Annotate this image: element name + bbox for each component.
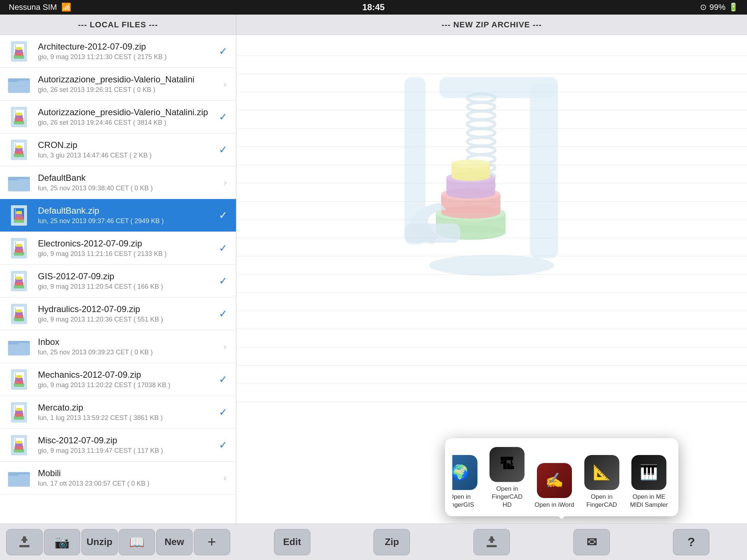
file-item[interactable]: GIS-2012-07-09.zipgio, 9 mag 2013 11:20:… (0, 265, 236, 298)
svg-rect-92 (16, 408, 22, 411)
open-in-app-item[interactable]: ✍Open in iWord (532, 463, 577, 509)
svg-rect-139 (19, 545, 30, 547)
open-in-app-item[interactable]: 📐Open in FingerCAD (580, 455, 624, 509)
zip-icon (7, 138, 31, 162)
file-meta: gio, 9 mag 2013 11:20:36 CEST ( 551 KB ) (38, 316, 217, 323)
svg-rect-43 (16, 211, 22, 214)
compression-illustration (364, 42, 619, 279)
svg-rect-2 (24, 41, 27, 60)
app-icon: 🎹 (631, 455, 666, 490)
edit-button[interactable]: Edit (274, 529, 310, 555)
file-info: DefaultBanklun, 25 nov 2013 09:38:40 CET… (38, 173, 221, 192)
toolbar-left: 📷Unzip📖New+ (0, 529, 236, 555)
background-line (236, 329, 747, 329)
checkmark-icon: ✓ (217, 242, 229, 254)
file-name: Mercato.zip (38, 402, 217, 413)
file-item[interactable]: Mobililun, 17 ott 2013 23:00:57 CET ( 0 … (0, 462, 236, 494)
svg-rect-16 (11, 124, 27, 127)
app-icon: 📐 (584, 455, 619, 490)
file-info: Electronics-2012-07-09.zipgio, 9 mag 201… (38, 238, 217, 258)
file-item[interactable]: Inboxlun, 25 nov 2013 09:39:23 CET ( 0 K… (0, 330, 236, 363)
checkmark-icon: ✓ (217, 275, 229, 287)
file-item[interactable]: Architecture-2012-07-09.zipgio, 9 mag 20… (0, 35, 236, 68)
file-item[interactable]: Electronics-2012-07-09.zipgio, 9 mag 201… (0, 232, 236, 265)
upload-button[interactable] (6, 529, 43, 555)
svg-rect-136 (405, 223, 460, 243)
svg-rect-107 (530, 84, 558, 258)
svg-rect-12 (8, 78, 18, 82)
svg-rect-52 (16, 244, 22, 247)
app-icon: 🌍 (442, 455, 477, 490)
checkmark-icon: ✓ (217, 144, 229, 156)
svg-rect-104 (8, 474, 30, 487)
file-item[interactable]: Mercato.ziplun, 1 lug 2013 13:59:22 CEST… (0, 396, 236, 429)
file-meta: gio, 9 mag 2013 11:20:22 CEST ( 17038 KB… (38, 381, 217, 389)
svg-rect-94 (11, 435, 14, 454)
zip-icon (7, 204, 31, 227)
svg-marker-138 (21, 536, 28, 541)
folder-icon (7, 171, 31, 194)
checkmark-icon: ✓ (217, 373, 229, 385)
checkmark-icon: ✓ (217, 209, 229, 221)
file-name: Autorizzazione_presidio-Valerio_Natalini (38, 74, 221, 85)
zip-button[interactable]: Zip (374, 529, 410, 555)
file-name: Autorizzazione_presidio-Valerio_Natalini… (38, 107, 217, 117)
file-meta: lun, 25 nov 2013 09:37:46 CET ( 2949 KB … (38, 217, 217, 225)
chevron-right-icon: › (221, 342, 229, 352)
camera-button[interactable]: 📷 (44, 529, 80, 555)
svg-rect-21 (16, 113, 22, 116)
svg-point-114 (467, 137, 495, 146)
svg-rect-135 (405, 77, 425, 245)
svg-rect-1 (11, 41, 14, 60)
svg-rect-36 (11, 205, 14, 224)
file-name: DefaultBank (38, 173, 221, 183)
zip-icon (7, 368, 31, 391)
svg-rect-76 (11, 369, 14, 388)
battery-bar-icon: 🔋 (728, 3, 738, 12)
svg-marker-141 (488, 536, 495, 541)
help-button[interactable]: ? (673, 529, 709, 555)
main-container: --- LOCAL FILES --- Architecture-2012-07… (0, 15, 747, 524)
app-label: Open in FingerGIS (440, 493, 480, 509)
new-button[interactable]: New (156, 529, 193, 555)
background-line (236, 347, 747, 347)
open-in-app-item[interactable]: 🎹Open in ME MIDI Sampler (627, 455, 671, 509)
background-line (236, 365, 747, 366)
book-button[interactable]: 📖 (119, 529, 155, 555)
file-item[interactable]: Mechanics-2012-07-09.zipgio, 9 mag 2013 … (0, 363, 236, 396)
file-item[interactable]: DefaultBank.ziplun, 25 nov 2013 09:37:46… (0, 199, 236, 232)
svg-point-113 (467, 129, 495, 137)
svg-rect-96 (11, 452, 27, 455)
file-meta: gio, 9 mag 2013 11:19:47 CEST ( 117 KB ) (38, 447, 217, 455)
background-line (236, 292, 747, 293)
svg-rect-65 (11, 321, 27, 324)
file-name: Misc-2012-07-09.zip (38, 435, 217, 446)
svg-rect-25 (11, 157, 27, 160)
unzip-button[interactable]: Unzip (81, 529, 118, 555)
file-item[interactable]: Hydraulics-2012-07-09.zipgio, 9 mag 2013… (0, 298, 236, 330)
file-info: GIS-2012-07-09.zipgio, 9 mag 2013 11:20:… (38, 271, 217, 291)
file-meta: gio, 9 mag 2013 11:20:54 CEST ( 166 KB ) (38, 283, 217, 291)
svg-rect-47 (11, 256, 27, 258)
file-list[interactable]: Architecture-2012-07-09.zipgio, 9 mag 20… (0, 35, 236, 524)
file-item[interactable]: Misc-2012-07-09.zipgio, 9 mag 2013 11:19… (0, 429, 236, 462)
share-button[interactable] (473, 529, 510, 555)
zip-icon (7, 433, 31, 457)
right-panel: --- NEW ZIP ARCHIVE --- (236, 15, 747, 524)
svg-rect-87 (11, 420, 27, 423)
open-in-app-item[interactable]: 🏗Open in FingerCAD HD (485, 447, 530, 509)
zip-icon (7, 105, 31, 129)
checkmark-icon: ✓ (217, 308, 229, 320)
file-meta: lun, 1 lug 2013 13:59:22 CEST ( 3861 KB … (38, 414, 217, 422)
file-item[interactable]: CRON.ziplun, 3 giu 2013 14:47:46 CEST ( … (0, 133, 236, 166)
svg-rect-37 (24, 205, 27, 224)
file-item[interactable]: Autorizzazione_presidio-Valerio_Natalini… (0, 68, 236, 101)
mail-button[interactable]: ✉ (573, 529, 610, 555)
svg-rect-3 (11, 59, 27, 62)
file-item[interactable]: Autorizzazione_presidio-Valerio_Natalini… (0, 101, 236, 133)
plus-button[interactable]: + (194, 529, 230, 555)
file-item[interactable]: DefaultBanklun, 25 nov 2013 09:38:40 CET… (0, 166, 236, 199)
svg-rect-34 (8, 177, 18, 180)
checkmark-icon: ✓ (217, 111, 229, 123)
app-icon: ✍ (537, 463, 572, 498)
